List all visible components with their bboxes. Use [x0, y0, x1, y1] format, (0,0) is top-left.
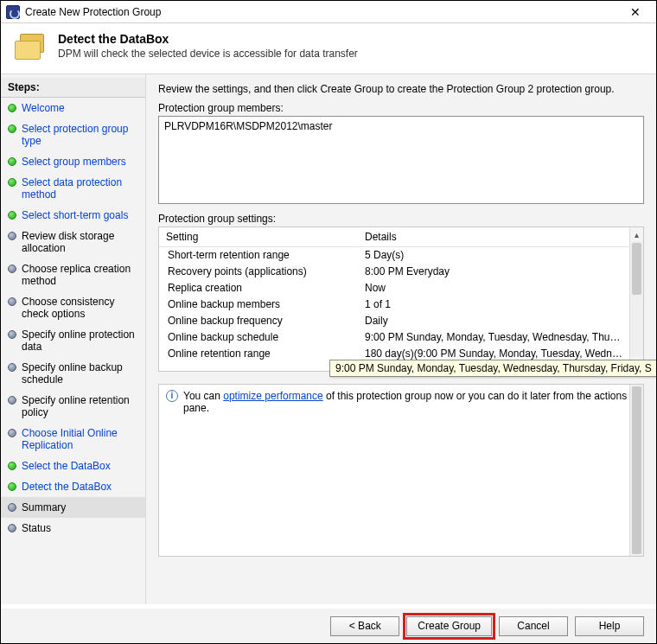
step-label: Status [22, 522, 51, 534]
steps-heading: Steps: [1, 78, 145, 98]
step-label: Select protection group type [22, 123, 140, 147]
protection-group-members[interactable]: PLRVDPM16R\MSDPM2012\master [158, 116, 644, 204]
title-bar: Create New Protection Group ✕ [1, 1, 656, 23]
optimize-info-text: You can optimize performance of this pro… [183, 390, 636, 414]
back-button[interactable]: < Back [330, 616, 399, 636]
settings-cell-setting: Short-term retention range [166, 248, 365, 263]
tooltip: 9:00 PM Sunday, Monday, Tuesday, Wednesd… [329, 360, 656, 377]
step-choose-initial-online-replication[interactable]: Choose Initial Online Replication [1, 423, 145, 456]
settings-table: Setting Details Short-term retention ran… [158, 226, 644, 372]
members-text: PLRVDPM16R\MSDPM2012\master [164, 120, 638, 132]
step-label: Specify online protection data [22, 328, 140, 353]
info-icon: i [166, 390, 178, 402]
step-label: Specify online backup schedule [22, 361, 140, 386]
detect-folder-icon [15, 32, 49, 61]
settings-row[interactable]: Replica creationNow [159, 280, 643, 296]
settings-cell-setting: Recovery points (applications) [166, 265, 365, 279]
step-label: Choose Initial Online Replication [22, 427, 140, 451]
settings-row[interactable]: Recovery points (applications)8:00 PM Ev… [159, 264, 643, 280]
content-pane: Review the settings, and then click Crea… [146, 74, 656, 604]
settings-header-details[interactable]: Details [358, 227, 643, 246]
step-bullet-icon [8, 157, 16, 166]
settings-row[interactable]: Online backup members1 of 1 [159, 296, 643, 313]
help-button[interactable]: Help [575, 616, 644, 636]
settings-cell-details: 1 of 1 [365, 297, 636, 312]
intro-text: Review the settings, and then click Crea… [158, 83, 644, 95]
step-label: Select group members [22, 156, 126, 168]
settings-cell-setting: Online backup members [166, 297, 365, 312]
settings-cell-details: 5 Day(s) [365, 248, 636, 263]
info-scroll-thumb[interactable] [632, 386, 641, 554]
step-bullet-icon [8, 462, 16, 470]
step-specify-online-protection-data: Specify online protection data [1, 324, 145, 357]
scroll-thumb[interactable] [632, 243, 641, 295]
wizard-header: Detect the DataBox DPM will check the se… [1, 23, 656, 74]
step-choose-replica-creation-method: Choose replica creation method [1, 258, 145, 291]
step-label: Choose consistency check options [22, 296, 140, 320]
steps-sidebar: Steps: WelcomeSelect protection group ty… [1, 74, 146, 604]
scroll-up-icon[interactable]: ▴ [630, 227, 643, 241]
step-bullet-icon [8, 429, 16, 437]
window-title: Create New Protection Group [25, 6, 620, 18]
step-bullet-icon [8, 211, 16, 220]
settings-row[interactable]: Online backup frequencyDaily [159, 313, 643, 329]
step-label: Welcome [22, 102, 65, 114]
settings-label: Protection group settings: [158, 213, 644, 225]
step-bullet-icon [8, 363, 16, 372]
step-label: Detect the DataBox [22, 481, 112, 493]
step-bullet-icon [8, 178, 16, 187]
step-select-group-members[interactable]: Select group members [1, 151, 145, 172]
settings-row[interactable]: Short-term retention range5 Day(s) [159, 247, 643, 264]
settings-cell-details: Daily [365, 314, 636, 328]
step-label: Summary [22, 501, 66, 513]
step-summary: Summary [1, 497, 145, 518]
info-scrollbar[interactable] [629, 385, 643, 556]
create-group-button[interactable]: Create Group [406, 616, 492, 636]
settings-cell-details: 8:00 PM Everyday [365, 265, 636, 279]
page-subtitle: DPM will check the selected device is ac… [58, 48, 642, 60]
step-label: Specify online retention policy [22, 394, 140, 418]
step-choose-consistency-check-options: Choose consistency check options [1, 291, 145, 324]
settings-cell-details: Now [365, 281, 636, 296]
step-specify-online-backup-schedule: Specify online backup schedule [1, 357, 145, 390]
settings-scrollbar[interactable]: ▴ ▾ [629, 227, 643, 371]
members-label: Protection group members: [158, 102, 644, 114]
step-bullet-icon [8, 482, 16, 491]
step-bullet-icon [8, 104, 16, 112]
app-icon [6, 5, 20, 19]
settings-cell-details: 9:00 PM Sunday, Monday, Tuesday, Wednesd… [365, 330, 636, 345]
step-bullet-icon [8, 524, 16, 532]
step-bullet-icon [8, 232, 16, 240]
optimize-performance-link[interactable]: optimize performance [223, 390, 322, 402]
step-bullet-icon [8, 124, 16, 133]
page-title: Detect the DataBox [58, 32, 642, 46]
step-bullet-icon [8, 297, 16, 306]
step-bullet-icon [8, 330, 16, 339]
step-select-data-protection-method[interactable]: Select data protection method [1, 172, 145, 205]
settings-cell-setting: Online backup schedule [166, 330, 365, 345]
settings-row[interactable]: Online backup schedule9:00 PM Sunday, Mo… [159, 329, 643, 346]
step-label: Select short-term goals [22, 209, 128, 221]
step-select-short-term-goals[interactable]: Select short-term goals [1, 205, 145, 226]
settings-cell-setting: Replica creation [166, 281, 365, 296]
settings-header-row: Setting Details [159, 227, 643, 247]
close-icon[interactable]: ✕ [620, 3, 651, 21]
step-status: Status [1, 518, 145, 539]
step-bullet-icon [8, 503, 16, 512]
cancel-button[interactable]: Cancel [499, 616, 568, 636]
step-label: Select data protection method [22, 176, 140, 201]
step-bullet-icon [8, 396, 16, 405]
step-label: Choose replica creation method [22, 263, 140, 287]
step-select-the-databox[interactable]: Select the DataBox [1, 456, 145, 476]
optimize-info-box: i You can optimize performance of this p… [158, 384, 644, 557]
step-detect-the-databox[interactable]: Detect the DataBox [1, 476, 145, 497]
step-bullet-icon [8, 265, 16, 273]
wizard-footer: < Back Create Group Cancel Help [1, 609, 656, 643]
step-select-protection-group-type[interactable]: Select protection group type [1, 118, 145, 151]
settings-header-setting[interactable]: Setting [159, 227, 358, 246]
step-welcome[interactable]: Welcome [1, 98, 145, 118]
step-label: Review disk storage allocation [22, 230, 140, 254]
step-specify-online-retention-policy: Specify online retention policy [1, 390, 145, 423]
settings-cell-setting: Online backup frequency [166, 314, 365, 328]
step-review-disk-storage-allocation: Review disk storage allocation [1, 226, 145, 258]
